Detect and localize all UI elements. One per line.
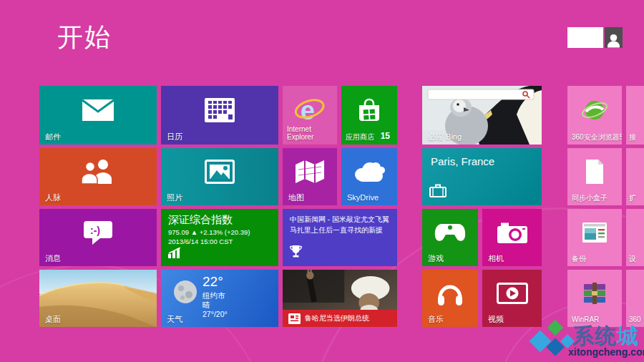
winrar-books-icon xyxy=(567,270,622,317)
tile-video[interactable]: 视频 xyxy=(482,270,542,327)
tile-label: 消息 xyxy=(45,254,61,263)
travel-city: Paris, France xyxy=(431,155,494,167)
newspaper-icon xyxy=(288,313,301,324)
tile-label: 备份 xyxy=(572,255,586,263)
tile-group-edge: 接 扩 设 360 xyxy=(626,86,644,327)
tile-group-left: 邮件 日历 e xyxy=(39,86,397,327)
tile-label: 360安全浏览器5 xyxy=(572,133,622,141)
weather-condition: 晴 xyxy=(203,300,210,310)
people-icon xyxy=(39,148,157,195)
tile-label: 设 xyxy=(629,255,636,263)
news-headline: 鲁哈尼当选伊朗总统 xyxy=(305,313,369,323)
tile-label: 应用商店 xyxy=(346,133,374,141)
tile-sports[interactable]: 中国新闻网 - 国米敲定尤文飞翼 马扎里上任后一直寻找的新援 xyxy=(283,209,397,266)
tile-label: SkyDrive xyxy=(347,193,379,202)
tile-label: 地图 xyxy=(288,193,304,202)
tile-label: 照片 xyxy=(167,193,182,202)
tile-backup[interactable]: 备份 xyxy=(567,209,622,266)
tile-partial-3[interactable]: 设 xyxy=(626,209,644,266)
tile-camera[interactable]: 相机 xyxy=(482,209,542,266)
game-controller-icon xyxy=(422,209,478,256)
messaging-bubble-icon: :-) xyxy=(39,209,157,256)
tile-partial-2[interactable]: 扩 xyxy=(626,148,644,205)
person-icon xyxy=(608,34,620,48)
tile-winrar[interactable]: WinRAR xyxy=(567,270,622,327)
watermark-name-part: 系统 xyxy=(572,324,617,348)
tile-mail[interactable]: 邮件 xyxy=(39,86,157,145)
tile-label: 音乐 xyxy=(428,315,444,323)
calendar-icon xyxy=(161,86,278,134)
tile-label: 桌面 xyxy=(45,315,61,323)
news-banner: 鲁哈尼当选伊朗总统 xyxy=(283,310,397,327)
tile-label: 扩 xyxy=(629,194,636,202)
watermark-domain: xitongcheng.com xyxy=(568,346,644,358)
tile-partial-1[interactable]: 接 xyxy=(626,86,644,145)
user-avatar[interactable] xyxy=(605,27,623,48)
tile-label: 天气 xyxy=(167,315,182,323)
tile-messaging[interactable]: :-) 消息 xyxy=(39,209,157,266)
tile-label: 游戏 xyxy=(428,254,444,263)
tile-group-middle: 必应 Bing Paris, France 游戏 xyxy=(422,86,542,327)
tile-desktop[interactable]: 桌面 xyxy=(39,270,157,327)
tile-partial-4[interactable]: 360 xyxy=(626,270,644,327)
finance-timestamp: 2013/6/14 15:00 CST xyxy=(168,238,233,245)
tile-bing[interactable]: 必应 Bing xyxy=(422,86,542,145)
tile-label: 人脉 xyxy=(45,193,61,202)
user-name-box[interactable] xyxy=(567,27,603,48)
document-icon xyxy=(567,148,622,195)
tile-label: Internet Explorer xyxy=(287,125,330,141)
start-screen: 开始 邮件 xyxy=(0,0,644,362)
360-browser-icon xyxy=(567,86,622,134)
tile-syncbox[interactable]: 同步小盒子 xyxy=(567,148,622,205)
trophy-icon xyxy=(290,245,302,261)
tile-weather[interactable]: 22° 纽约市 晴 27°/20° 天气 xyxy=(161,270,278,327)
headphones-icon xyxy=(422,270,478,317)
tile-group-right: 360安全浏览器5 同步小盒子 xyxy=(567,86,622,327)
smiley-text: :-) xyxy=(90,225,100,236)
tile-label: 相机 xyxy=(488,254,504,263)
watermark-name-accent: 城 xyxy=(617,324,639,348)
weather-range: 27°/20° xyxy=(203,310,228,318)
maps-icon xyxy=(283,148,337,195)
photos-icon xyxy=(161,148,278,195)
finance-quote: 975.09 ▲ +2.13% (+20.39) xyxy=(168,228,250,236)
tile-label: 同步小盒子 xyxy=(572,194,608,202)
tile-maps[interactable]: 地图 xyxy=(283,148,337,205)
xitongcheng-logo xyxy=(531,322,574,359)
tile-store[interactable]: 应用商店 15 xyxy=(341,86,397,145)
tile-label: 日历 xyxy=(167,132,182,141)
bar-chart-icon xyxy=(168,248,182,261)
page-title: 开始 xyxy=(57,20,112,55)
camera-icon xyxy=(482,209,542,256)
weather-temperature: 22° xyxy=(203,274,223,290)
tile-label: 视频 xyxy=(488,315,504,323)
tile-label: 邮件 xyxy=(45,132,61,141)
store-icon xyxy=(341,86,397,134)
tile-skydrive[interactable]: SkyDrive xyxy=(341,148,397,205)
tile-people[interactable]: 人脉 xyxy=(39,148,157,205)
store-badge-count: 15 xyxy=(381,131,390,141)
tile-games[interactable]: 游戏 xyxy=(422,209,478,266)
tile-music[interactable]: 音乐 xyxy=(422,270,478,327)
tile-label: 必应 Bing xyxy=(428,132,462,141)
video-player-icon xyxy=(482,270,542,317)
weather-city: 纽约市 xyxy=(203,291,225,301)
finance-index-name: 深证综合指数 xyxy=(168,213,233,227)
window-properties-icon xyxy=(567,209,622,256)
tile-label: 接 xyxy=(629,133,636,141)
tile-photos[interactable]: 照片 xyxy=(161,148,278,205)
tile-travel[interactable]: Paris, France xyxy=(422,148,542,205)
mail-icon xyxy=(39,86,157,134)
tile-internet-explorer[interactable]: e Internet Explorer xyxy=(283,86,337,145)
skydrive-cloud-icon xyxy=(341,148,397,195)
sports-headline: 中国新闻网 - 国米敲定尤文飞翼 马扎里上任后一直寻找的新援 xyxy=(290,215,391,235)
tile-finance[interactable]: 深证综合指数 975.09 ▲ +2.13% (+20.39) 2013/6/1… xyxy=(161,209,278,266)
tile-calendar[interactable]: 日历 xyxy=(161,86,278,145)
suitcase-icon xyxy=(429,183,447,200)
moon-icon xyxy=(172,279,198,308)
tile-news[interactable]: 鲁哈尼当选伊朗总统 xyxy=(283,270,397,327)
tile-360-browser[interactable]: 360安全浏览器5 xyxy=(567,86,622,145)
